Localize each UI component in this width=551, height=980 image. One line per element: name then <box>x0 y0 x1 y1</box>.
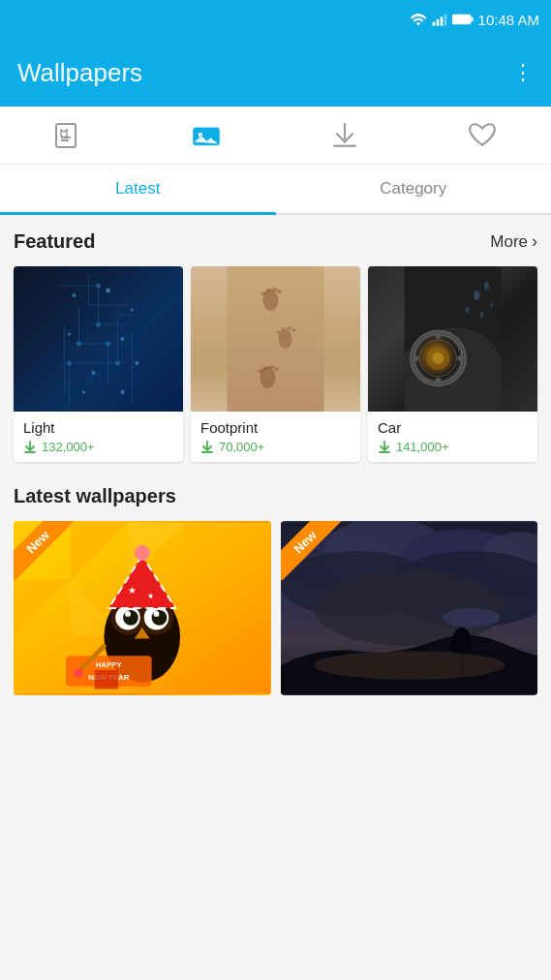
svg-point-111 <box>452 628 472 657</box>
featured-card-car-info: Car 141,000+ <box>368 412 537 462</box>
svg-rect-3 <box>444 15 446 26</box>
svg-point-47 <box>277 290 282 293</box>
featured-card-car-name: Car <box>378 419 528 436</box>
signal-icon <box>432 12 447 27</box>
new-badge-label-1: New <box>14 521 77 580</box>
featured-card-light[interactable]: Light 132,000+ <box>14 266 183 462</box>
featured-card-light-image <box>14 266 183 412</box>
svg-point-54 <box>259 369 264 373</box>
heart-icon <box>468 121 497 150</box>
svg-point-44 <box>261 291 267 295</box>
svg-point-57 <box>274 367 279 371</box>
svg-rect-101 <box>95 670 119 689</box>
svg-point-87 <box>152 610 168 626</box>
svg-point-55 <box>263 366 269 370</box>
latest-grid: New <box>14 521 537 695</box>
tab-icons-row <box>0 107 551 165</box>
star-book-icon <box>54 121 83 150</box>
svg-point-51 <box>287 326 291 330</box>
svg-point-33 <box>73 293 77 297</box>
latest-card-hny[interactable]: New <box>14 521 271 695</box>
overflow-menu-icon[interactable]: ⋮ <box>512 60 534 85</box>
tab-latest[interactable]: Latest <box>0 165 276 213</box>
svg-point-62 <box>433 352 444 364</box>
status-time: 10:48 AM <box>478 12 539 28</box>
svg-point-28 <box>96 322 101 327</box>
heart-tab-button[interactable] <box>448 111 516 160</box>
new-badge-1: New <box>14 521 81 589</box>
featured-card-light-downloads: 132,000+ <box>23 440 173 454</box>
svg-point-112 <box>314 651 505 680</box>
svg-point-73 <box>490 303 493 308</box>
svg-point-35 <box>92 371 96 375</box>
svg-point-36 <box>131 309 134 312</box>
featured-card-footprint[interactable]: Footprint 70,000+ <box>191 266 360 462</box>
svg-point-65 <box>413 355 419 361</box>
tab-category[interactable]: Category <box>276 165 552 213</box>
svg-point-30 <box>106 342 110 347</box>
favorites-tab-button[interactable] <box>35 111 103 160</box>
svg-text:★: ★ <box>147 592 154 600</box>
new-badge-label-2: New <box>281 521 344 580</box>
svg-point-40 <box>82 391 85 394</box>
featured-card-car-image <box>368 266 537 412</box>
gallery-tab-button[interactable] <box>172 111 240 160</box>
svg-point-67 <box>436 333 442 339</box>
featured-card-car[interactable]: Car 141,000+ <box>368 266 537 462</box>
status-bar: 10:48 AM <box>0 0 551 39</box>
more-chevron-icon: › <box>532 231 537 252</box>
more-link[interactable]: More › <box>490 231 537 252</box>
svg-point-37 <box>106 289 110 293</box>
download-icon-small-2 <box>200 441 214 454</box>
svg-rect-1 <box>436 19 439 26</box>
more-label: More <box>490 232 528 252</box>
svg-point-113 <box>443 608 500 628</box>
svg-rect-5 <box>471 17 473 22</box>
svg-point-41 <box>121 390 125 394</box>
gallery-icon <box>192 121 221 150</box>
download-icon-small <box>23 441 37 454</box>
svg-point-50 <box>281 327 286 331</box>
download-icon <box>330 121 359 150</box>
circuit-pattern <box>14 266 183 412</box>
svg-point-88 <box>125 611 131 617</box>
car-pattern <box>368 266 537 412</box>
featured-card-car-downloads: 141,000+ <box>378 440 528 454</box>
svg-point-71 <box>466 307 470 314</box>
svg-point-32 <box>67 361 72 366</box>
svg-point-89 <box>154 611 160 617</box>
status-icons: 10:48 AM <box>410 12 539 28</box>
svg-point-27 <box>96 284 101 289</box>
svg-point-72 <box>480 312 484 318</box>
svg-rect-0 <box>432 22 435 26</box>
svg-point-39 <box>136 361 139 365</box>
featured-card-light-name: Light <box>23 419 173 436</box>
svg-text:★: ★ <box>128 585 137 596</box>
svg-point-49 <box>276 330 281 334</box>
featured-title: Featured <box>14 230 95 253</box>
svg-point-52 <box>292 328 296 332</box>
svg-point-66 <box>458 355 464 361</box>
svg-point-86 <box>123 610 138 626</box>
svg-point-34 <box>121 337 125 341</box>
featured-card-footprint-info: Footprint 70,000+ <box>191 412 360 462</box>
featured-card-light-info: Light 132,000+ <box>14 412 183 462</box>
featured-card-footprint-image <box>191 266 360 412</box>
featured-card-footprint-name: Footprint <box>200 419 351 436</box>
svg-point-46 <box>272 288 278 291</box>
svg-point-70 <box>484 282 489 290</box>
download-tab-button[interactable] <box>311 111 379 160</box>
svg-point-38 <box>68 333 71 336</box>
download-icon-small-3 <box>378 441 391 454</box>
wifi-icon <box>410 12 427 27</box>
svg-point-31 <box>115 361 120 366</box>
svg-point-93 <box>135 545 150 561</box>
new-badge-2: New <box>281 521 349 589</box>
svg-point-68 <box>436 378 442 383</box>
main-content: Featured More › <box>0 215 551 980</box>
latest-card-storm[interactable]: New <box>281 521 538 695</box>
text-tabs: Latest Category <box>0 165 551 215</box>
featured-grid: Light 132,000+ <box>14 266 537 462</box>
svg-text:HAPPY: HAPPY <box>96 660 123 669</box>
svg-rect-4 <box>452 15 471 23</box>
